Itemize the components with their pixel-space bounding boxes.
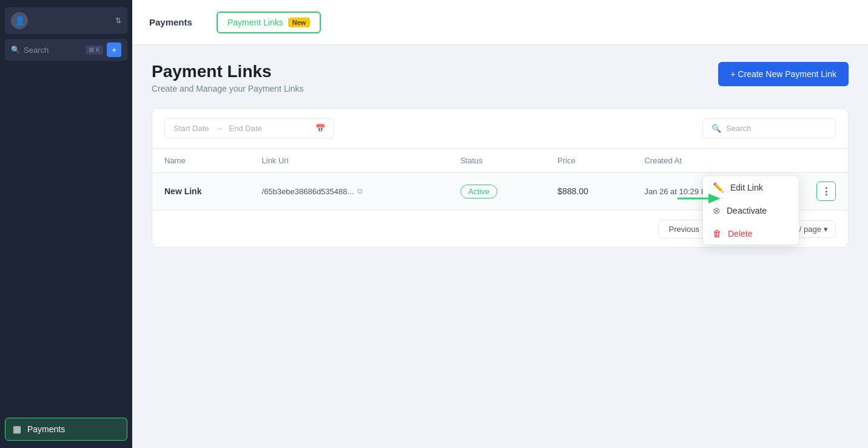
calendar-icon: 📅 [315,124,325,133]
payment-links-table: Name Link Url Status Price Created At Ne… [152,149,848,210]
link-url-text: /65b3ebe38686d535488... [262,187,354,196]
svg-marker-0 [708,194,721,203]
start-date-placeholder: Start Date [173,124,209,133]
page-subtitle: Create and Manage your Payment Links [152,84,304,93]
cell-status: Active [448,173,545,210]
search-icon: 🔍 [712,124,721,133]
deactivate-label: Deactivate [727,206,767,216]
cell-name: New Link [152,173,250,210]
three-dots-icon: ⋮ [821,186,831,197]
col-created-at: Created At [632,149,779,173]
payments-icon: ▦ [13,424,21,435]
col-link-url: Link Url [250,149,448,173]
chevron-updown-icon: ⇅ [115,16,121,25]
status-badge: Active [460,185,497,199]
table-header: Name Link Url Status Price Created At [152,149,848,173]
page-title: Payment Links [152,62,304,81]
add-button[interactable]: + [107,42,121,57]
cell-price: $888.00 [545,173,632,210]
cell-link-url: /65b3ebe38686d535488... ⧉ [250,173,448,210]
chevron-down-icon: ▾ [824,225,828,234]
tab-label: Payment Links [227,18,283,27]
search-filter[interactable]: 🔍 Search [702,118,836,138]
create-btn-label: + Create New Payment Link [730,69,836,79]
table-filters: Start Date → End Date 📅 🔍 Search [152,109,848,149]
delete-icon: 🗑 [713,228,722,239]
col-price: Price [545,149,632,173]
col-status: Status [448,149,545,173]
page-content: Payment Links Create and Manage your Pay… [132,45,868,448]
date-range-filter[interactable]: Start Date → End Date 📅 [164,118,334,138]
sidebar-item-payments[interactable]: ▦ Payments [5,418,127,441]
price-value: $888.00 [557,186,588,196]
search-placeholder: Search [726,124,751,133]
row-actions-button[interactable]: ⋮ [816,182,836,201]
topbar-title: Payments [149,17,192,27]
cell-actions: ✏️ Edit Link ⊗ Deactivate 🗑 [779,173,848,210]
arrow-icon: → [215,124,223,133]
main-area: Payments Payment Links New Payment Links… [132,0,868,448]
plus-icon: + [112,45,116,55]
new-badge: New [288,18,311,27]
user-account-button[interactable]: 👤 ⇅ [5,7,127,34]
search-shortcut-hint: ⌘ K [86,46,103,55]
copy-icon[interactable]: ⧉ [357,187,363,195]
sidebar-item-label: Payments [27,424,65,434]
table-card: Start Date → End Date 📅 🔍 Search Name Li… [152,108,849,248]
col-actions [779,149,848,173]
table-body: New Link /65b3ebe38686d535488... ⧉ Activ… [152,173,848,210]
page-header: Payment Links Create and Manage your Pay… [152,62,849,93]
search-icon: 🔍 [11,46,20,54]
arrow-indicator [675,186,724,212]
create-new-payment-link-button[interactable]: + Create New Payment Link [718,62,849,86]
search-label: Search [24,46,49,55]
edit-link-label: Edit Link [730,183,763,192]
delete-menu-item[interactable]: 🗑 Delete [703,222,799,245]
topbar: Payments Payment Links New [132,0,868,45]
col-name: Name [152,149,250,173]
delete-label: Delete [728,229,752,239]
tab-payment-links[interactable]: Payment Links New [217,12,321,33]
end-date-placeholder: End Date [229,124,262,133]
sidebar-search[interactable]: 🔍 Search ⌘ K + [5,39,127,61]
person-icon: 👤 [15,16,25,25]
user-avatar: 👤 [11,12,28,29]
table-row: New Link /65b3ebe38686d535488... ⧉ Activ… [152,173,848,210]
sidebar: 👤 ⇅ 🔍 Search ⌘ K + ▦ Payments [0,0,132,448]
link-name: New Link [164,186,201,196]
